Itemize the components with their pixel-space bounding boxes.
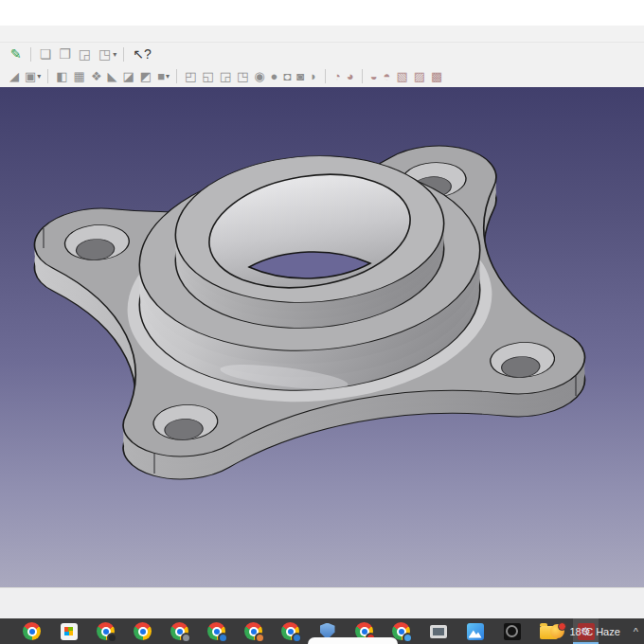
profile-badge bbox=[107, 633, 117, 643]
share-icon[interactable]: ◳ bbox=[98, 47, 111, 61]
profile-badge bbox=[218, 633, 228, 643]
measure-angular-icon[interactable]: ◕ bbox=[347, 70, 354, 82]
part-extrude-icon[interactable]: ◢ bbox=[9, 70, 19, 82]
chrome-profile-7[interactable] bbox=[277, 618, 303, 644]
whats-this-icon[interactable]: ↖? bbox=[133, 47, 152, 61]
taskbar: 18°C Haze ^ bbox=[0, 618, 644, 644]
part-mirror-icon[interactable]: ◩ bbox=[140, 70, 152, 82]
chrome-profile-1-icon bbox=[23, 622, 41, 640]
dropdown-caret-icon[interactable]: ▾ bbox=[113, 50, 116, 59]
profile-badge bbox=[255, 633, 265, 643]
measure-clear-icon[interactable]: ◓ bbox=[384, 70, 391, 82]
camera-app-icon bbox=[504, 623, 521, 640]
chrome-profile-6[interactable] bbox=[241, 618, 266, 644]
tray-condition[interactable]: Haze bbox=[596, 626, 620, 637]
chrome-profile-9-icon bbox=[392, 622, 410, 640]
chrome-profile-4-icon bbox=[170, 622, 188, 640]
microsoft-store-icon bbox=[61, 623, 78, 640]
part-primitives-icon[interactable]: ▣ bbox=[25, 70, 36, 82]
tray-temperature[interactable]: 18°C bbox=[570, 626, 594, 637]
dropdown-caret-icon[interactable]: ▾ bbox=[166, 72, 170, 80]
chrome-profile-7-icon bbox=[281, 622, 299, 640]
export-icon[interactable]: ◲ bbox=[79, 47, 91, 61]
part-sphere-icon[interactable]: ◗ bbox=[310, 70, 317, 82]
status-bar bbox=[0, 587, 644, 618]
dropdown-caret-icon[interactable]: ▾ bbox=[37, 72, 41, 80]
window-top-strip bbox=[0, 0, 644, 26]
chrome-profile-6-icon bbox=[244, 622, 262, 640]
part-ruled-surface-icon[interactable]: ◱ bbox=[202, 70, 213, 82]
media-device[interactable] bbox=[425, 618, 451, 644]
measure-refresh-icon[interactable]: ◒ bbox=[370, 70, 378, 82]
chrome-profile-5[interactable] bbox=[204, 618, 229, 644]
profile-badge bbox=[402, 633, 413, 643]
chrome-profile-3-icon bbox=[134, 622, 152, 640]
toolbar-separator bbox=[325, 69, 326, 83]
part-chamfer-icon[interactable]: ◪ bbox=[123, 70, 134, 82]
chrome-profile-5-icon bbox=[207, 622, 225, 640]
photos-app[interactable] bbox=[462, 618, 488, 644]
toggle-3d-measure-icon[interactable]: ▨ bbox=[414, 70, 425, 82]
chrome-profile-1[interactable] bbox=[19, 618, 45, 644]
screen: ✎❏❒◲◳▾↖? ◢▣▾◧▦❖◣◪◩■▾◰◱◲◳◉●◘◙◗◔◕◒◓▧▨▩ bbox=[0, 0, 644, 644]
photos-app-icon bbox=[467, 623, 484, 640]
3d-viewport[interactable] bbox=[0, 87, 644, 587]
profile-badge bbox=[292, 633, 302, 643]
profile-badge bbox=[181, 633, 191, 643]
toolbar-separator bbox=[362, 69, 363, 83]
boolean-cut-icon[interactable]: ◘ bbox=[283, 70, 291, 82]
part-loft-icon[interactable]: ◰ bbox=[185, 70, 196, 82]
part-cone-icon[interactable]: ◣ bbox=[108, 70, 117, 82]
macro-edit-icon[interactable]: ✎ bbox=[10, 47, 22, 61]
camera-app[interactable] bbox=[499, 618, 525, 644]
toolbar-separator bbox=[123, 47, 124, 62]
chrome-profile-3[interactable] bbox=[130, 618, 155, 644]
part-offset-icon[interactable]: ◳ bbox=[237, 70, 248, 82]
toolbar-separator bbox=[47, 69, 48, 83]
media-device-icon bbox=[430, 625, 447, 638]
part-explode-icon[interactable]: ❖ bbox=[91, 70, 102, 82]
chrome-profile-2-icon bbox=[97, 622, 115, 640]
taskbar-flyout bbox=[308, 637, 398, 644]
toolbar-separator bbox=[176, 69, 177, 83]
boolean-xor-icon[interactable]: ◙ bbox=[296, 70, 304, 82]
tray-expand-caret-icon[interactable]: ^ bbox=[634, 626, 638, 637]
part-box-icon[interactable]: ▦ bbox=[74, 70, 85, 82]
open-document-icon[interactable]: ❒ bbox=[59, 47, 71, 61]
toolbar-separator bbox=[30, 47, 31, 62]
part-sweep-icon[interactable]: ◧ bbox=[56, 70, 67, 82]
menu-bar bbox=[0, 26, 644, 43]
toolbar: ✎❏❒◲◳▾↖? ◢▣▾◧▦❖◣◪◩■▾◰◱◲◳◉●◘◙◗◔◕◒◓▧▨▩ bbox=[0, 43, 644, 87]
toolbar-row-part: ◢▣▾◧▦❖◣◪◩■▾◰◱◲◳◉●◘◙◗◔◕◒◓▧▨▩ bbox=[0, 65, 644, 87]
toolbar-row-file: ✎❏❒◲◳▾↖? bbox=[0, 43, 644, 65]
part-cross-section-icon[interactable]: ◲ bbox=[220, 70, 231, 82]
boolean-union-icon[interactable]: ◉ bbox=[254, 70, 264, 82]
flange-model[interactable] bbox=[0, 87, 644, 587]
new-document-icon[interactable]: ❏ bbox=[40, 47, 52, 61]
chrome-profile-2[interactable] bbox=[93, 618, 118, 644]
toggle-delta-icon[interactable]: ▩ bbox=[431, 70, 442, 82]
toggle-measurement-icon[interactable]: ▧ bbox=[396, 70, 407, 82]
weather-icon[interactable] bbox=[550, 624, 564, 638]
chrome-profile-4[interactable] bbox=[167, 618, 192, 644]
microsoft-store[interactable] bbox=[56, 618, 81, 644]
part-solid-icon[interactable]: ■ bbox=[157, 70, 165, 82]
measure-linear-icon[interactable]: ◔ bbox=[333, 70, 341, 82]
boolean-common-icon[interactable]: ● bbox=[271, 70, 278, 82]
system-tray: 18°C Haze ^ bbox=[550, 618, 643, 644]
